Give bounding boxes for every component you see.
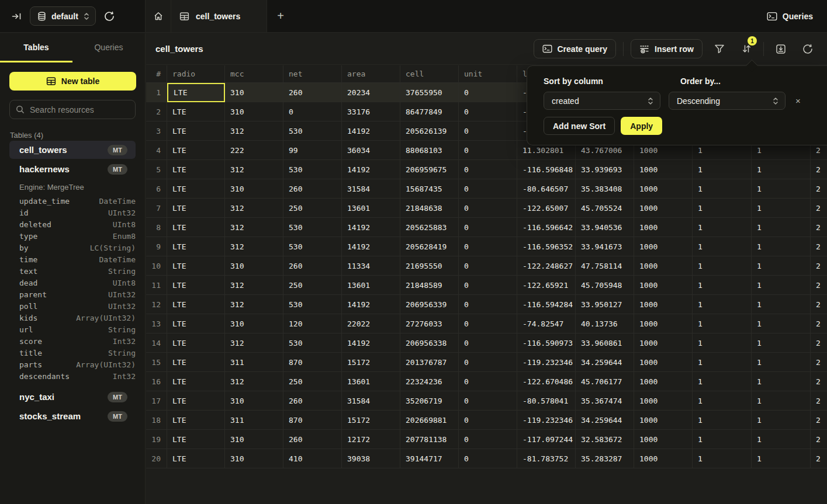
table-cell[interactable]: 13601 (342, 276, 400, 295)
table-cell[interactable]: LTE (167, 218, 225, 237)
table-cell[interactable]: 14192 (342, 218, 400, 237)
table-cell[interactable]: 205625883 (400, 218, 459, 237)
column-header-radio[interactable]: radio (167, 65, 225, 83)
table-cell[interactable]: 311 (225, 353, 283, 372)
table-cell[interactable]: LTE (167, 372, 225, 391)
table-cell[interactable]: 0 (459, 430, 517, 449)
table-cell[interactable]: 1 (693, 295, 752, 314)
sidebar-item-hackernews[interactable]: hackernews MT (9, 160, 136, 178)
new-tab-button[interactable]: + (267, 0, 294, 32)
table-cell[interactable]: 35.383408 (576, 179, 634, 199)
table-cell[interactable]: 1 (752, 449, 811, 468)
table-cell[interactable]: 1000 (634, 199, 693, 218)
refresh-table-button[interactable] (798, 39, 818, 58)
table-cell[interactable]: 311 (225, 411, 283, 430)
new-table-button[interactable]: New table (9, 72, 136, 91)
table-cell[interactable]: LTE (167, 430, 225, 449)
table-cell[interactable]: 312 (225, 218, 283, 237)
table-cell[interactable]: 1 (752, 333, 811, 353)
table-cell[interactable]: 2 (811, 353, 827, 372)
database-selector[interactable]: default (30, 6, 96, 26)
sidebar-tab-tables[interactable]: Tables (0, 33, 72, 61)
table-cell[interactable]: LTE (167, 449, 225, 468)
table-cell[interactable]: 2 (811, 449, 827, 468)
row-number[interactable]: 20 (146, 449, 167, 468)
queries-button[interactable]: Queries (753, 0, 827, 32)
table-cell[interactable]: 1000 (634, 411, 693, 430)
table-cell[interactable]: 312 (225, 295, 283, 314)
table-cell[interactable]: 0 (459, 276, 517, 295)
table-cell[interactable]: 205626139 (400, 121, 459, 141)
table-cell[interactable]: 1000 (634, 276, 693, 295)
table-cell[interactable]: 870 (283, 353, 342, 372)
table-cell[interactable]: 260 (283, 179, 342, 199)
sort-button[interactable]: 1 (736, 39, 756, 58)
table-cell[interactable]: 31584 (342, 179, 400, 199)
table-cell[interactable]: 1 (693, 430, 752, 449)
table-cell[interactable]: 1 (752, 353, 811, 372)
row-number[interactable]: 1 (146, 83, 167, 102)
table-cell[interactable]: 1000 (634, 430, 693, 449)
table-cell[interactable]: 45.706177 (576, 372, 634, 391)
table-cell[interactable]: 2 (811, 256, 827, 276)
table-cell[interactable]: 1000 (634, 449, 693, 468)
table-cell[interactable]: 0 (459, 391, 517, 411)
table-cell[interactable]: 530 (283, 121, 342, 141)
table-cell[interactable]: 1 (752, 160, 811, 179)
table-cell[interactable]: LTE (167, 256, 225, 276)
table-cell[interactable]: 312 (225, 121, 283, 141)
table-cell[interactable]: 0 (459, 353, 517, 372)
table-cell[interactable]: 2 (811, 179, 827, 199)
column-header-area[interactable]: area (342, 65, 400, 83)
column-header-net[interactable]: net (283, 65, 342, 83)
table-cell[interactable]: 205628419 (400, 237, 459, 256)
table-cell[interactable]: LTE (167, 333, 225, 353)
table-cell[interactable]: 0 (459, 179, 517, 199)
table-cell[interactable]: -80.646507 (517, 179, 576, 199)
table-cell[interactable]: 0 (459, 160, 517, 179)
table-cell[interactable]: 530 (283, 218, 342, 237)
table-cell[interactable]: 2 (811, 391, 827, 411)
collapse-sidebar-button[interactable] (12, 12, 22, 21)
table-cell[interactable]: 250 (283, 372, 342, 391)
table-cell[interactable]: 206959675 (400, 160, 459, 179)
table-cell[interactable]: 250 (283, 276, 342, 295)
column-header-#[interactable]: # (146, 65, 167, 83)
table-cell[interactable]: 1 (752, 256, 811, 276)
row-number[interactable]: 2 (146, 102, 167, 121)
table-cell[interactable]: 206956339 (400, 295, 459, 314)
table-cell[interactable]: 1 (693, 449, 752, 468)
search-input[interactable] (30, 105, 129, 114)
row-number[interactable]: 5 (146, 160, 167, 179)
table-cell[interactable]: 99 (283, 141, 342, 160)
table-cell[interactable]: 2 (811, 218, 827, 237)
table-cell[interactable]: 1000 (634, 237, 693, 256)
refresh-database-button[interactable] (104, 11, 115, 22)
table-cell[interactable]: 86477849 (400, 102, 459, 121)
table-cell[interactable]: 0 (459, 256, 517, 276)
table-cell[interactable]: 201376787 (400, 353, 459, 372)
table-cell[interactable]: 530 (283, 237, 342, 256)
table-cell[interactable]: 31584 (342, 391, 400, 411)
table-cell[interactable]: 1 (752, 218, 811, 237)
table-cell[interactable]: 1000 (634, 333, 693, 353)
row-number[interactable]: 18 (146, 411, 167, 430)
table-cell[interactable]: -122.670486 (517, 372, 576, 391)
table-cell[interactable]: 2 (811, 372, 827, 391)
table-cell[interactable]: 33.939693 (576, 160, 634, 179)
remove-sort-button[interactable]: × (795, 96, 801, 106)
table-cell[interactable]: -122.65921 (517, 276, 576, 295)
table-cell[interactable]: 0 (459, 218, 517, 237)
table-cell[interactable]: 202669881 (400, 411, 459, 430)
row-number[interactable]: 3 (146, 121, 167, 141)
table-cell[interactable]: 2 (811, 430, 827, 449)
table-cell[interactable]: LTE (167, 141, 225, 160)
table-cell[interactable]: LTE (167, 276, 225, 295)
add-new-sort-button[interactable]: Add new Sort (544, 117, 615, 135)
table-cell[interactable]: LTE (167, 391, 225, 411)
table-cell[interactable]: 1000 (634, 218, 693, 237)
table-cell[interactable]: 1 (752, 314, 811, 333)
apply-sort-button[interactable]: Apply (621, 117, 662, 135)
row-number[interactable]: 15 (146, 353, 167, 372)
table-cell[interactable]: 1 (693, 256, 752, 276)
